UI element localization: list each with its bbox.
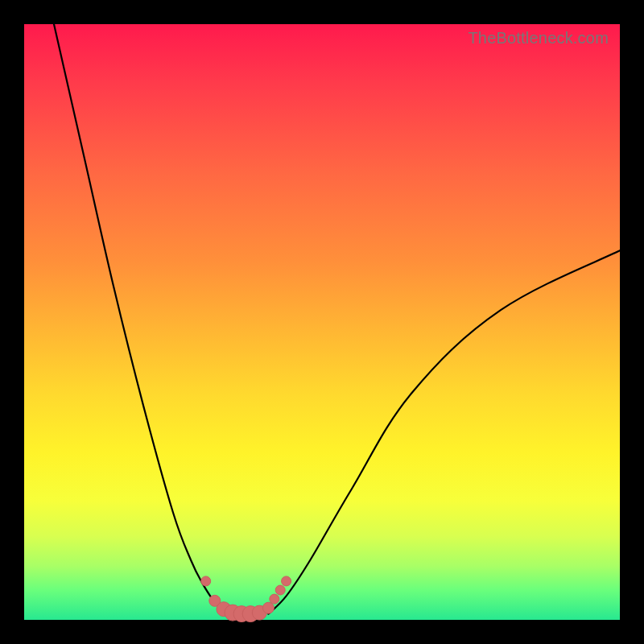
- plot-area: TheBottleneck.com: [24, 24, 620, 620]
- left-curve: [54, 24, 238, 614]
- trough-markers: [201, 576, 291, 622]
- trough-marker: [262, 602, 274, 613]
- trough-marker: [275, 585, 285, 595]
- right-curve: [268, 250, 620, 613]
- chart-svg: [24, 24, 620, 620]
- trough-marker: [270, 594, 279, 604]
- outer-frame: TheBottleneck.com: [0, 0, 644, 644]
- trough-marker: [201, 576, 211, 586]
- trough-marker: [282, 576, 291, 586]
